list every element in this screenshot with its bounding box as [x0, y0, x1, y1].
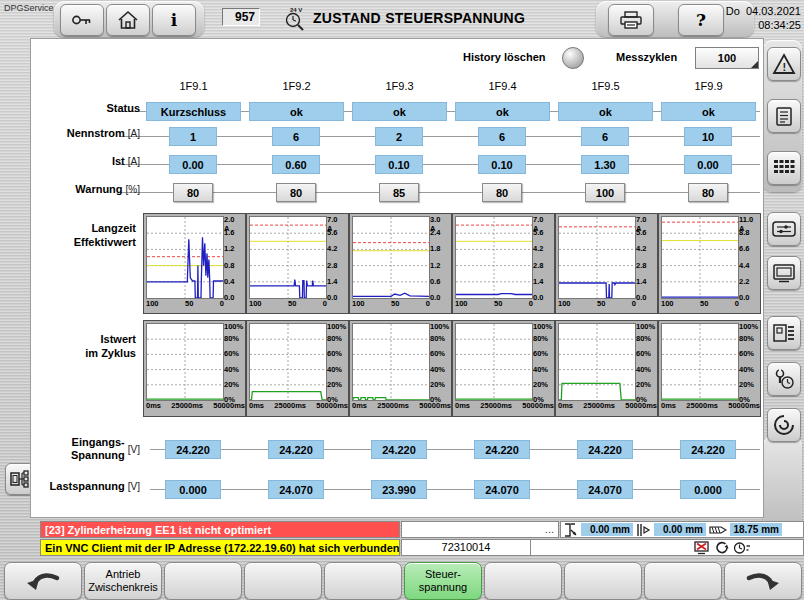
alarm-message-yellow[interactable]: Ein VNC Client mit der IP Adresse (172.2… [40, 539, 400, 556]
eingang-row-label: Eingangs-Spannung [V] [0, 434, 140, 464]
key-icon [71, 11, 93, 29]
messzyklen-field[interactable]: 100 [695, 47, 759, 69]
printer-icon [619, 10, 643, 30]
sidebar-service-button[interactable] [767, 362, 801, 396]
istwert-chart-1F9.3: 100%80%60%40%20%0%0ms25000ms50000ms [349, 320, 452, 417]
settings-sliders-icon [772, 219, 796, 239]
chart-plot [146, 323, 224, 401]
page-layout-icon [772, 323, 796, 343]
hmi-screen: DPGService i 957 24 V ZUSTAND STEUERSPAN… [0, 0, 804, 600]
x-axis-labels: 0ms25000ms50000ms [352, 401, 451, 410]
sidebar-settings-button[interactable] [767, 212, 801, 246]
voltage-check-icon: 24 V [282, 6, 308, 32]
ist-value: 0.00 [169, 155, 217, 174]
eingang-value: 24.220 [165, 440, 221, 459]
eingang-value: 24.220 [680, 440, 736, 459]
langzeit-chart-1F9.3: 3.02.41.81.20.60.0A100500 [349, 213, 452, 314]
column-header: 1F9.1 [143, 80, 244, 92]
nav-empty-button[interactable] [644, 562, 722, 600]
nav-empty-button[interactable] [244, 562, 322, 600]
ist-value: 1.30 [581, 155, 629, 174]
eingang-value: 24.220 [268, 440, 324, 459]
ist-value: 0.10 [375, 155, 423, 174]
datetime: Do 04.03.2021 08:34:25 [726, 4, 801, 32]
x-axis-labels: 0ms25000ms50000ms [455, 401, 554, 410]
istwert-chart-1F9.5: 100%80%60%40%20%0%0ms25000ms50000ms [555, 320, 658, 417]
machine-state-icons [530, 539, 804, 556]
y-axis-labels: 7.05.64.22.81.40.0A [533, 216, 554, 297]
sidebar-cycle-button[interactable] [767, 408, 801, 442]
warnung-field[interactable]: 85 [379, 183, 419, 202]
nav-antrieb-zwischenkreis-button[interactable]: AntriebZwischenkreis [84, 562, 162, 600]
job-number: 72310014 [401, 539, 531, 556]
nav-empty-button[interactable] [164, 562, 242, 600]
sidebar-log-button[interactable] [767, 99, 801, 133]
x-axis-labels: 0ms25000ms50000ms [661, 401, 760, 410]
warnung-field[interactable]: 80 [482, 183, 522, 202]
x-axis-labels: 0ms25000ms50000ms [558, 401, 657, 410]
monitor-icon [772, 263, 796, 283]
alarm-more-button[interactable]: ... [401, 521, 559, 538]
help-button[interactable]: ? [678, 4, 724, 36]
nav-back-button[interactable] [4, 562, 82, 600]
service-wrench-clock-icon [773, 368, 795, 390]
chart-plot [352, 216, 430, 299]
eingang-value: 24.220 [577, 440, 633, 459]
history-clear-button[interactable] [562, 47, 584, 69]
istwert-chart-1F9.9: 100%80%60%40%20%0%0ms25000ms50000ms [658, 320, 761, 417]
screen-number-field[interactable]: 957 [222, 8, 260, 26]
nav-steuerspannung-button[interactable]: Steuer-spannung [404, 562, 482, 600]
column-header: 1F9.3 [349, 80, 450, 92]
sidebar-alarms-button[interactable]: ! [767, 47, 801, 81]
chart-plot [661, 216, 739, 299]
mold-open-icon [636, 523, 651, 537]
nav-empty-button[interactable] [484, 562, 562, 600]
keypad-icon [773, 158, 795, 178]
login-key-button[interactable] [60, 4, 104, 36]
status-value: ok [558, 102, 653, 121]
langzeit-chart-1F9.9: 11.08.86.64.42.20.0A100500 [658, 213, 761, 314]
warnung-field[interactable]: 100 [585, 183, 625, 202]
istwert-chart-1F9.1: 100%80%60%40%20%0%0ms25000ms50000ms [143, 320, 246, 417]
chart-plot [558, 216, 636, 299]
y-axis-labels: 3.02.41.81.20.60.0A [430, 216, 451, 297]
sidebar-screen-button[interactable] [767, 256, 801, 290]
x-axis-labels: 100500 [249, 299, 327, 308]
status-row-label: Status [0, 102, 140, 114]
cycle-timer-icon [733, 541, 751, 555]
status-value: ok [661, 102, 756, 121]
position-value: 0.00 mm [581, 523, 633, 536]
alarm-message-red[interactable]: [23] Zylinderheizung EE1 ist nicht optim… [40, 521, 400, 538]
sidebar-keypad-button[interactable] [767, 151, 801, 185]
page-title: ZUSTAND STEUERSPANNUNG [313, 10, 525, 26]
back-arrow-icon [22, 568, 64, 594]
warnung-field[interactable]: 80 [173, 183, 213, 202]
ist-row-label: Ist[A] [0, 155, 140, 167]
langzeit-chart-1F9.4: 7.05.64.22.81.40.0A100500 [452, 213, 555, 314]
nav-empty-button[interactable] [324, 562, 402, 600]
nav-empty-button[interactable] [564, 562, 642, 600]
screw-icon [709, 523, 727, 537]
sidebar-layout-button[interactable] [767, 316, 801, 350]
ist-value: 0.00 [684, 155, 732, 174]
service-label: DPGService [4, 3, 54, 13]
weekday: Do [726, 5, 740, 17]
home-button[interactable] [106, 4, 150, 36]
y-axis-labels: 100%80%60%40%20%0% [430, 323, 451, 399]
mold-closed-icon [563, 523, 578, 537]
last-value: 23.990 [371, 480, 427, 499]
langzeit-chart-1F9.2: 7.05.64.22.81.40.0A100500 [246, 213, 349, 314]
nennstrom-value: 6 [478, 127, 526, 146]
warnung-field[interactable]: 80 [688, 183, 728, 202]
alarm-log-icon [774, 105, 794, 127]
y-axis-labels: 2.01.61.20.80.40.0A [224, 216, 245, 297]
info-button[interactable]: i [152, 4, 196, 36]
nav-forward-button[interactable] [724, 562, 802, 600]
monitor-disabled-icon [694, 541, 710, 555]
chart-plot [455, 323, 533, 401]
svg-text:24 V: 24 V [290, 7, 302, 13]
print-button[interactable] [608, 4, 654, 36]
warnung-field[interactable]: 80 [276, 183, 316, 202]
help-icon: ? [696, 10, 706, 30]
home-icon [117, 10, 139, 30]
